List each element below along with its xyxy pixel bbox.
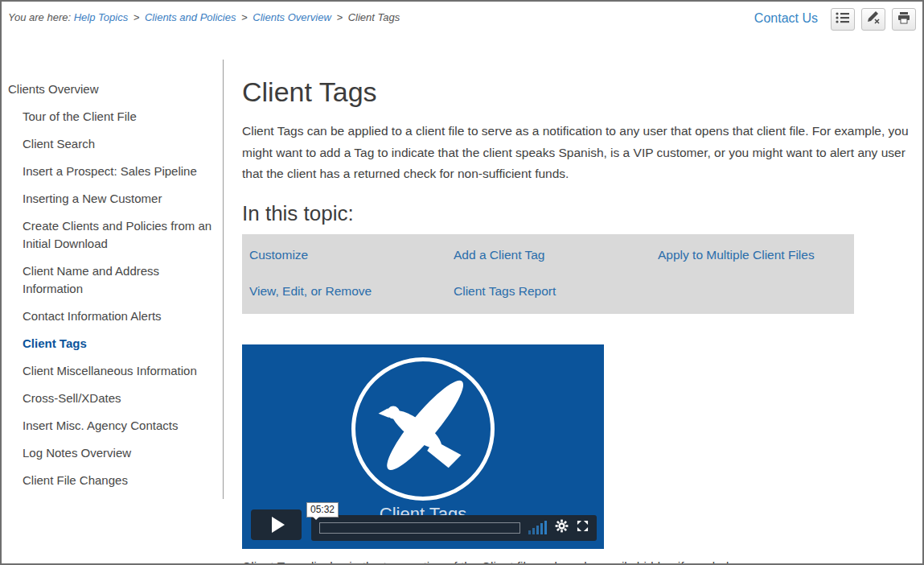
remove-highlight-icon	[866, 11, 881, 27]
sidebar-item-contact-information-alerts[interactable]: Contact Information Alerts	[8, 307, 215, 325]
footer-paragraph: Client Tags display in the top section o…	[242, 559, 912, 565]
sidebar-item-client-tags[interactable]: Client Tags	[8, 335, 215, 353]
play-button[interactable]	[251, 509, 302, 540]
sidebar-item-tour-of-the-client-file[interactable]: Tour of the Client File	[8, 108, 215, 126]
sidebar-item-create-clients-initial-download[interactable]: Create Clients and Policies from an Init…	[8, 217, 215, 253]
video-duration-tooltip: 05:32	[306, 502, 339, 518]
gear-icon	[555, 519, 569, 536]
top-bar: You are here: Help Topics > Clients and …	[2, 2, 922, 35]
progress-bar[interactable]	[319, 522, 520, 534]
breadcrumb-separator: >	[131, 11, 142, 23]
page-title: Client Tags	[242, 76, 912, 108]
sidebar-item-log-notes-overview[interactable]: Log Notes Overview	[8, 444, 215, 462]
topic-link-apply-to-multiple-client-files[interactable]: Apply to Multiple Client Files	[658, 248, 854, 262]
intro-paragraph: Client Tags can be applied to a client f…	[242, 121, 912, 185]
sidebar-nav: Clients Overview Tour of the Client File…	[2, 60, 224, 499]
toc-icon	[836, 11, 850, 27]
video-player[interactable]: Client Tags 05:32	[242, 344, 604, 549]
sidebar-item-insert-a-prospect[interactable]: Insert a Prospect: Sales Pipeline	[8, 163, 215, 180]
sidebar-item-client-search[interactable]: Client Search	[8, 135, 215, 153]
breadcrumb-link-help-topics[interactable]: Help Topics	[74, 11, 128, 23]
breadcrumb-prefix: You are here:	[8, 11, 71, 23]
sidebar-item-inserting-a-new-customer[interactable]: Inserting a New Customer	[8, 190, 215, 208]
topic-link-add-a-client-tag[interactable]: Add a Client Tag	[454, 248, 658, 262]
fullscreen-button[interactable]	[577, 520, 589, 535]
breadcrumb-current: Client Tags	[348, 11, 400, 23]
sidebar-item-client-miscellaneous-information[interactable]: Client Miscellaneous Information	[8, 362, 215, 380]
contact-us-link[interactable]: Contact Us	[754, 11, 818, 26]
toc-button[interactable]	[831, 8, 855, 31]
breadcrumb: You are here: Help Topics > Clients and …	[8, 8, 400, 35]
play-icon	[272, 517, 285, 533]
help-page: You are here: Help Topics > Clients and …	[0, 0, 924, 565]
breadcrumb-separator: >	[239, 11, 250, 23]
sidebar-item-cross-sell-xdates[interactable]: Cross-Sell/XDates	[8, 390, 215, 407]
eagle-logo-ring	[351, 357, 495, 501]
breadcrumb-link-clients-overview[interactable]: Clients Overview	[253, 11, 331, 23]
topic-links-box: Customize Add a Client Tag Apply to Mult…	[242, 234, 854, 314]
topic-link-customize[interactable]: Customize	[249, 248, 454, 262]
sidebar-item-client-name-and-address[interactable]: Client Name and Address Information	[8, 262, 215, 298]
print-button[interactable]	[892, 8, 916, 31]
breadcrumb-link-clients-and-policies[interactable]: Clients and Policies	[145, 11, 236, 23]
breadcrumb-separator: >	[334, 11, 345, 23]
sidebar-item-insert-misc-agency-contacts[interactable]: Insert Misc. Agency Contacts	[8, 417, 215, 435]
top-actions: Contact Us	[754, 8, 916, 35]
topic-link-client-tags-report[interactable]: Client Tags Report	[454, 284, 658, 299]
volume-control[interactable]	[528, 521, 547, 534]
main-content: Client Tags Client Tags can be applied t…	[242, 60, 912, 565]
eagle-icon	[370, 374, 476, 484]
fullscreen-icon	[577, 520, 589, 535]
in-this-topic-heading: In this topic:	[242, 201, 912, 226]
sidebar-item-client-file-changes[interactable]: Client File Changes	[8, 472, 215, 489]
video-control-bar	[311, 515, 597, 541]
sidebar-item-clients-overview[interactable]: Clients Overview	[8, 80, 215, 98]
settings-button[interactable]	[555, 519, 569, 536]
remove-highlight-button[interactable]	[861, 8, 885, 31]
topic-link-view-edit-or-remove[interactable]: View, Edit, or Remove	[249, 284, 454, 299]
print-icon	[897, 11, 911, 27]
